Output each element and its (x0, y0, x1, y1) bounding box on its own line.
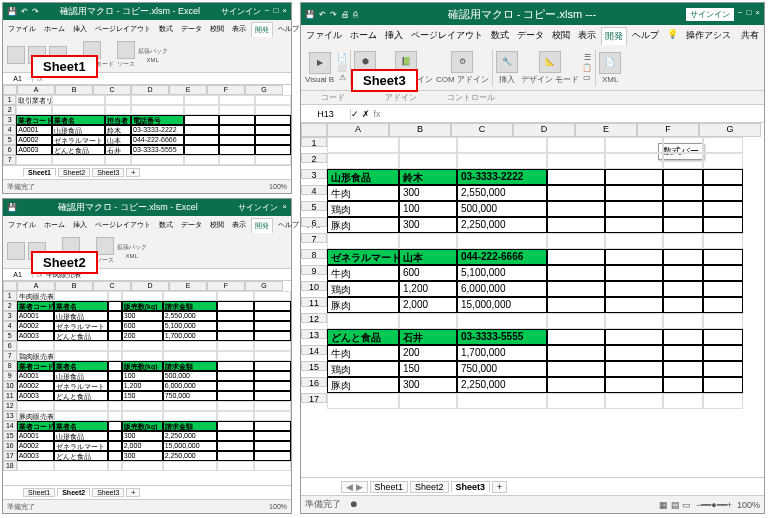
cell[interactable]: 2,000 (399, 297, 457, 313)
cell[interactable] (122, 351, 163, 361)
cell[interactable] (663, 345, 703, 361)
cell[interactable]: 山形食品 (52, 125, 105, 135)
cell[interactable] (131, 105, 184, 115)
cell[interactable]: 150 (399, 361, 457, 377)
cell[interactable]: A0001 (17, 311, 54, 321)
cell[interactable] (217, 461, 254, 471)
cell[interactable] (108, 401, 122, 411)
cell[interactable]: 請求金額 (163, 301, 217, 311)
cell[interactable] (254, 381, 291, 391)
cell[interactable] (184, 155, 220, 165)
cell[interactable] (54, 351, 108, 361)
close-icon[interactable]: × (755, 8, 760, 21)
cell[interactable] (703, 233, 743, 249)
cell[interactable] (703, 345, 743, 361)
cell[interactable] (217, 331, 254, 341)
cell[interactable] (163, 291, 217, 301)
cell[interactable]: 業者名 (54, 421, 108, 431)
cell[interactable]: 044-222-6666 (457, 249, 547, 265)
cell[interactable] (254, 451, 291, 461)
cell[interactable] (217, 341, 254, 351)
cell[interactable] (547, 169, 605, 185)
cell[interactable] (703, 377, 743, 393)
cell[interactable] (17, 461, 54, 471)
cell[interactable]: 牛肉販売表 (17, 291, 54, 301)
cell[interactable] (457, 313, 547, 329)
cell[interactable]: 豚肉 (327, 377, 399, 393)
cell[interactable] (663, 281, 703, 297)
cell[interactable]: 2,250,000 (163, 451, 217, 461)
cell[interactable] (16, 105, 52, 115)
cell[interactable] (255, 135, 291, 145)
cell[interactable]: 鶏肉 (327, 281, 399, 297)
cell[interactable] (219, 95, 255, 105)
cell[interactable] (254, 401, 291, 411)
cell[interactable] (254, 461, 291, 471)
cell[interactable]: 03-3333-5555 (457, 329, 547, 345)
cell[interactable] (605, 329, 663, 345)
cell[interactable] (254, 391, 291, 401)
cell[interactable] (547, 281, 605, 297)
cell[interactable]: どんと食品 (54, 391, 108, 401)
cell[interactable] (108, 441, 122, 451)
cell[interactable]: 600 (122, 321, 163, 331)
cell[interactable]: 03-3333-2222 (131, 125, 184, 135)
cell[interactable]: 300 (122, 431, 163, 441)
cell[interactable] (703, 249, 743, 265)
cell[interactable] (219, 135, 255, 145)
cell[interactable]: 5,100,000 (457, 265, 547, 281)
cell[interactable]: 業者コード (17, 361, 54, 371)
cell[interactable] (255, 95, 291, 105)
cell[interactable] (663, 361, 703, 377)
cell[interactable] (547, 345, 605, 361)
design-mode-icon[interactable]: 📐 (539, 51, 561, 73)
cell[interactable]: 山形食品 (327, 169, 399, 185)
cell[interactable] (108, 321, 122, 331)
tab-file[interactable]: ファイル (303, 27, 345, 45)
cell[interactable]: どんと食品 (54, 451, 108, 461)
cell[interactable] (547, 265, 605, 281)
cell[interactable]: 1,700,000 (457, 345, 547, 361)
cell[interactable]: A0001 (16, 125, 52, 135)
cell[interactable] (184, 95, 220, 105)
cell[interactable]: 石井 (399, 329, 457, 345)
cell[interactable] (105, 155, 131, 165)
cell[interactable] (255, 115, 291, 125)
cell[interactable] (663, 297, 703, 313)
cell[interactable]: 2,550,000 (163, 311, 217, 321)
cell[interactable]: ゼネラルマート (327, 249, 399, 265)
cell[interactable] (254, 341, 291, 351)
cell[interactable] (108, 381, 122, 391)
cell[interactable]: A0003 (17, 331, 54, 341)
cell[interactable]: 300 (399, 185, 457, 201)
sheet-tab-1[interactable]: Sheet1 (370, 481, 409, 493)
cell[interactable]: 300 (399, 377, 457, 393)
cell[interactable] (703, 297, 743, 313)
cell[interactable]: 鶏肉 (327, 361, 399, 377)
cell[interactable] (703, 217, 743, 233)
cell[interactable]: どんと食品 (52, 145, 105, 155)
cell[interactable]: 1,200 (399, 281, 457, 297)
cell[interactable] (108, 421, 122, 431)
cell[interactable]: 販売数(kg) (122, 361, 163, 371)
cell[interactable]: ゼネラルマート (54, 321, 108, 331)
cell[interactable] (54, 341, 108, 351)
cell[interactable]: どんと食品 (327, 329, 399, 345)
cell[interactable] (254, 411, 291, 421)
cell[interactable] (108, 301, 122, 311)
cell[interactable] (663, 233, 703, 249)
cell[interactable] (605, 281, 663, 297)
cell[interactable]: 業者コード (17, 301, 54, 311)
cell[interactable] (254, 371, 291, 381)
cell[interactable] (54, 461, 108, 471)
cell[interactable]: 業者コード (17, 421, 54, 431)
cell[interactable]: 300 (399, 217, 457, 233)
cell[interactable]: 6,000,000 (163, 381, 217, 391)
source-icon[interactable] (117, 41, 135, 59)
cell[interactable] (327, 137, 399, 153)
cell[interactable]: 山形食品 (54, 311, 108, 321)
cell[interactable]: 03-3333-2222 (457, 169, 547, 185)
cell[interactable] (219, 105, 255, 115)
cell[interactable]: 販売数(kg) (122, 421, 163, 431)
cell[interactable] (108, 391, 122, 401)
